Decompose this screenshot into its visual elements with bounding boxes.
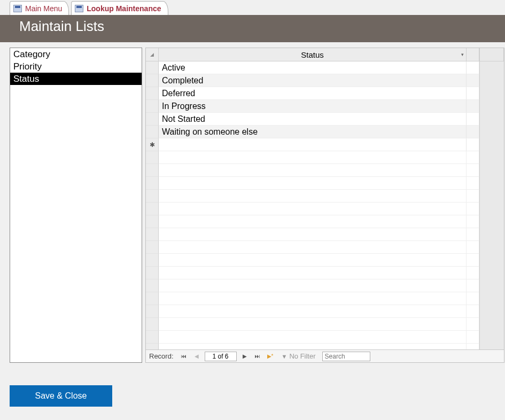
tab-bar: Main Menu Lookup Maintenance	[0, 0, 505, 15]
empty-cell	[159, 344, 467, 349]
empty-cell	[159, 215, 467, 228]
column-header-status[interactable]: Status ▾	[159, 48, 467, 61]
blank-cell	[479, 203, 504, 215]
empty-row-selector	[146, 177, 159, 190]
row-selector[interactable]	[146, 113, 159, 126]
empty-row-selector	[146, 241, 159, 254]
search-input[interactable]	[322, 352, 370, 361]
list-item-status[interactable]: Status	[10, 73, 142, 85]
blank-cell	[479, 190, 504, 203]
empty-cell	[467, 254, 479, 267]
empty-cell	[159, 331, 467, 344]
empty-cell	[467, 318, 479, 331]
empty-cell	[467, 344, 479, 349]
tab-main-menu[interactable]: Main Menu	[10, 1, 69, 15]
table-cell[interactable]: Deferred	[159, 87, 467, 100]
last-record-button[interactable]: ⏭	[253, 352, 262, 361]
prev-record-button[interactable]: ◀	[192, 352, 201, 361]
row-selector[interactable]	[146, 126, 159, 138]
dropdown-icon[interactable]: ▾	[461, 52, 464, 57]
blank-cell	[479, 151, 504, 164]
empty-row-selector	[146, 292, 159, 305]
table-cell[interactable]: Not Started	[159, 113, 467, 126]
blank-cell	[479, 100, 504, 113]
table-cell-empty[interactable]	[467, 61, 479, 74]
blank-cell	[479, 305, 504, 318]
empty-cell	[159, 151, 467, 164]
table-cell[interactable]: In Progress	[159, 100, 467, 113]
table-cell-empty[interactable]	[467, 74, 479, 87]
empty-cell	[159, 190, 467, 203]
next-record-button[interactable]: ▶	[240, 352, 250, 361]
new-row-cell-empty[interactable]	[467, 138, 479, 151]
empty-row-selector	[146, 279, 159, 292]
datasheet: ◢ Status ▾ ActiveCompletedDeferredIn Pro…	[145, 48, 504, 363]
first-record-button[interactable]: ⏮	[179, 352, 189, 361]
save-close-button[interactable]: Save & Close	[10, 385, 112, 407]
empty-cell	[467, 177, 479, 190]
tab-lookup-maintenance[interactable]: Lookup Maintenance	[71, 1, 168, 15]
table-cell[interactable]: Active	[159, 61, 467, 74]
empty-cell	[467, 267, 479, 279]
row-selector[interactable]	[146, 61, 159, 74]
record-label: Record:	[149, 352, 174, 360]
blank-cell	[479, 74, 504, 87]
empty-cell	[467, 190, 479, 203]
empty-cell	[467, 215, 479, 228]
table-cell[interactable]: Completed	[159, 74, 467, 87]
blank-cell	[479, 228, 504, 241]
blank-cell	[479, 177, 504, 190]
table-cell-empty[interactable]	[467, 113, 479, 126]
add-column[interactable]	[467, 48, 479, 61]
empty-cell	[159, 254, 467, 267]
empty-row-selector	[146, 203, 159, 215]
new-row-selector[interactable]: ✱	[146, 138, 159, 151]
empty-cell	[159, 267, 467, 279]
blank-cell	[479, 279, 504, 292]
blank-cell	[479, 241, 504, 254]
empty-cell	[159, 279, 467, 292]
empty-row-selector	[146, 164, 159, 177]
blank-header	[479, 48, 504, 61]
list-item-priority[interactable]: Priority	[10, 60, 142, 73]
tab-label: Main Menu	[25, 4, 62, 13]
empty-row-selector	[146, 344, 159, 349]
row-selector[interactable]	[146, 87, 159, 100]
blank-cell	[479, 87, 504, 100]
list-item-category[interactable]: Category	[10, 48, 142, 60]
empty-row-selector	[146, 331, 159, 344]
empty-row-selector	[146, 267, 159, 279]
select-all-cell[interactable]: ◢	[146, 48, 159, 61]
table-cell-empty[interactable]	[467, 87, 479, 100]
empty-cell	[467, 292, 479, 305]
category-list[interactable]: Category Priority Status	[10, 48, 142, 363]
row-selector[interactable]	[146, 100, 159, 113]
empty-cell	[159, 305, 467, 318]
blank-cell	[479, 254, 504, 267]
blank-cell	[479, 267, 504, 279]
tab-label: Lookup Maintenance	[87, 4, 161, 13]
form-icon	[13, 5, 22, 12]
empty-row-selector	[146, 215, 159, 228]
empty-row-selector	[146, 254, 159, 267]
empty-cell	[467, 305, 479, 318]
blank-cell	[479, 126, 504, 138]
empty-row-selector	[146, 318, 159, 331]
empty-cell	[159, 164, 467, 177]
blank-cell	[479, 138, 504, 151]
blank-cell	[479, 292, 504, 305]
new-record-button[interactable]: ▶*	[266, 352, 275, 361]
blank-cell	[479, 318, 504, 331]
record-position-input[interactable]	[205, 352, 237, 361]
empty-cell	[467, 228, 479, 241]
table-cell-empty[interactable]	[467, 126, 479, 138]
empty-cell	[467, 151, 479, 164]
new-row-cell[interactable]	[159, 138, 467, 151]
table-cell-empty[interactable]	[467, 100, 479, 113]
form-icon	[75, 5, 83, 12]
table-cell[interactable]: Waiting on someone else	[159, 126, 467, 138]
blank-cell	[479, 344, 504, 349]
row-selector[interactable]	[146, 74, 159, 87]
empty-cell	[159, 177, 467, 190]
blank-cell	[479, 331, 504, 344]
